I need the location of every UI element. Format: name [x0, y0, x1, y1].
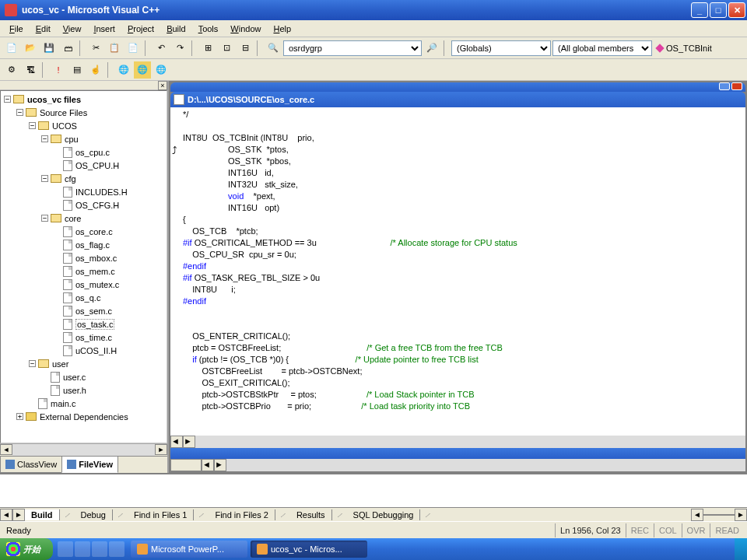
tab-scroll-right[interactable]: ► [12, 509, 25, 521]
tab-debug[interactable]: Debug [75, 509, 113, 520]
main-area: × −ucos_vc files −Source Files −UCOS −cp… [0, 81, 747, 473]
menu-tools[interactable]: Tools [192, 23, 225, 35]
globe2-button[interactable]: 🌐 [134, 61, 151, 79]
members-combo[interactable]: (All global members [552, 40, 652, 56]
taskbar-app-msvc[interactable]: ucos_vc - Micros... [251, 541, 367, 558]
taskbar-app-powerpoint[interactable]: Microsoft PowerP... [131, 541, 247, 558]
split-bar[interactable] [170, 448, 745, 459]
menu-view[interactable]: View [57, 23, 88, 35]
menu-help[interactable]: Help [267, 23, 297, 35]
tab-find1[interactable]: Find in Files 1 [128, 509, 194, 520]
tree-file[interactable]: os_sem.c [75, 306, 112, 316]
mdi-close-icon[interactable] [731, 82, 742, 90]
redo-button[interactable]: ↷ [171, 40, 188, 57]
tree-cpu[interactable]: cpu [65, 135, 79, 144]
panel-close-button[interactable]: × [158, 81, 167, 90]
undo-button[interactable]: ↶ [153, 40, 170, 57]
window-list-button[interactable]: ⊟ [237, 40, 254, 57]
tree-source-files[interactable]: Source Files [40, 108, 87, 117]
open-button[interactable]: 📂 [22, 40, 39, 57]
workspace-button[interactable]: ⊞ [199, 40, 216, 57]
workspace-panel: × −ucos_vc files −Source Files −UCOS −cp… [0, 81, 169, 473]
tree-file[interactable]: main.c [51, 399, 75, 408]
tree-hscroll[interactable]: ◄► [0, 443, 167, 456]
quicklaunch-item[interactable] [109, 541, 124, 557]
file-tree[interactable]: −ucos_vc files −Source Files −UCOS −cpu … [0, 90, 167, 443]
tab-classview[interactable]: ClassView [0, 457, 62, 473]
close-button[interactable]: ✕ [728, 2, 745, 18]
windows-logo-icon [6, 542, 20, 556]
tree-root[interactable]: ucos_vc files [27, 95, 81, 104]
function-indicator[interactable]: OS_TCBInit [654, 44, 715, 53]
tree-ext-deps[interactable]: External Dependencies [40, 412, 128, 422]
output-body[interactable] [0, 474, 747, 507]
quicklaunch-item[interactable] [75, 541, 90, 557]
tree-file[interactable]: OS_CPU.H [75, 161, 119, 170]
minimize-button[interactable]: _ [691, 2, 708, 18]
maximize-button[interactable]: □ [710, 2, 727, 18]
menu-insert[interactable]: Insert [87, 23, 121, 35]
system-tray[interactable] [735, 538, 747, 560]
menu-bar: File Edit View Insert Project Build Tool… [0, 20, 747, 37]
menu-file[interactable]: File [3, 23, 30, 35]
globe1-button[interactable]: 🌐 [115, 61, 132, 79]
execute-button[interactable]: ▤ [68, 61, 86, 79]
tree-file[interactable]: os_flag.c [75, 240, 110, 250]
stop-build-button[interactable]: ! [50, 61, 67, 79]
tree-file[interactable]: os_q.c [75, 293, 100, 303]
new-file-button[interactable]: 📄 [3, 40, 20, 57]
output-hscroll-left[interactable]: ◄ [691, 509, 703, 521]
find-next-button[interactable]: 🔎 [423, 40, 440, 57]
find-button[interactable]: 🔍 [265, 40, 282, 57]
output-hscroll-track[interactable] [703, 514, 735, 516]
tree-ucos[interactable]: UCOS [52, 121, 77, 131]
tree-file[interactable]: user.c [63, 373, 86, 382]
build-button[interactable]: 🏗 [22, 61, 39, 79]
compile-button[interactable]: ⚙ [3, 61, 20, 79]
tree-file-selected[interactable]: os_task.c [75, 319, 114, 330]
tree-file[interactable]: os_core.c [75, 227, 113, 236]
tree-cfg[interactable]: cfg [65, 174, 76, 184]
tab-results[interactable]: Results [290, 509, 332, 520]
output-button[interactable]: ⊡ [218, 40, 235, 57]
go-button[interactable]: ☝ [87, 61, 104, 79]
tab-build[interactable]: Build [25, 509, 60, 520]
start-button[interactable]: 开始 [0, 538, 53, 560]
tree-core[interactable]: core [65, 214, 81, 223]
menu-window[interactable]: Window [224, 23, 267, 35]
output-hscroll-right[interactable]: ► [735, 509, 747, 521]
tab-sql[interactable]: SQL Debugging [347, 509, 421, 520]
save-button[interactable]: 💾 [40, 40, 58, 57]
globe3-button[interactable]: 🌐 [153, 61, 170, 79]
document-path: D:\...\UCOS\SOURCE\os_core.c [188, 95, 314, 104]
tree-file[interactable]: os_mbox.c [75, 254, 117, 263]
save-all-button[interactable]: 🗃 [59, 40, 76, 57]
menu-edit[interactable]: Edit [30, 23, 57, 35]
scope-combo[interactable]: (Globals) [451, 40, 551, 56]
tab-fileview[interactable]: FileView [61, 457, 118, 473]
lower-hscroll[interactable]: ◄► [170, 459, 745, 471]
quicklaunch-item[interactable] [92, 541, 107, 557]
tree-file[interactable]: os_time.c [75, 333, 112, 342]
status-ovr: OVR [682, 523, 710, 537]
editor-hscroll[interactable]: ◄► [170, 436, 745, 448]
quicklaunch-item[interactable] [58, 541, 73, 557]
code-editor[interactable]: ⤴*/ INT8U OS_TCBInit (INT8U prio, OS_STK… [170, 107, 745, 436]
menu-build[interactable]: Build [160, 23, 191, 35]
tab-find2[interactable]: Find in Files 2 [209, 509, 275, 520]
tree-file[interactable]: uCOS_II.H [75, 346, 117, 355]
cut-button[interactable]: ✂ [87, 40, 104, 57]
tab-scroll-left[interactable]: ◄ [0, 509, 12, 521]
mdi-min-icon[interactable] [719, 82, 730, 90]
tree-file[interactable]: INCLUDES.H [75, 187, 128, 197]
tree-user[interactable]: user [52, 359, 68, 369]
paste-button[interactable]: 📄 [124, 40, 142, 57]
tree-file[interactable]: user.h [63, 386, 86, 395]
tree-file[interactable]: os_mutex.c [75, 280, 119, 289]
tree-file[interactable]: os_cpu.c [75, 148, 110, 157]
tree-file[interactable]: OS_CFG.H [75, 201, 119, 210]
copy-button[interactable]: 📋 [106, 40, 123, 57]
find-combo[interactable]: osrdygrp [283, 40, 422, 56]
tree-file[interactable]: os_mem.c [75, 267, 115, 276]
menu-project[interactable]: Project [121, 23, 160, 35]
